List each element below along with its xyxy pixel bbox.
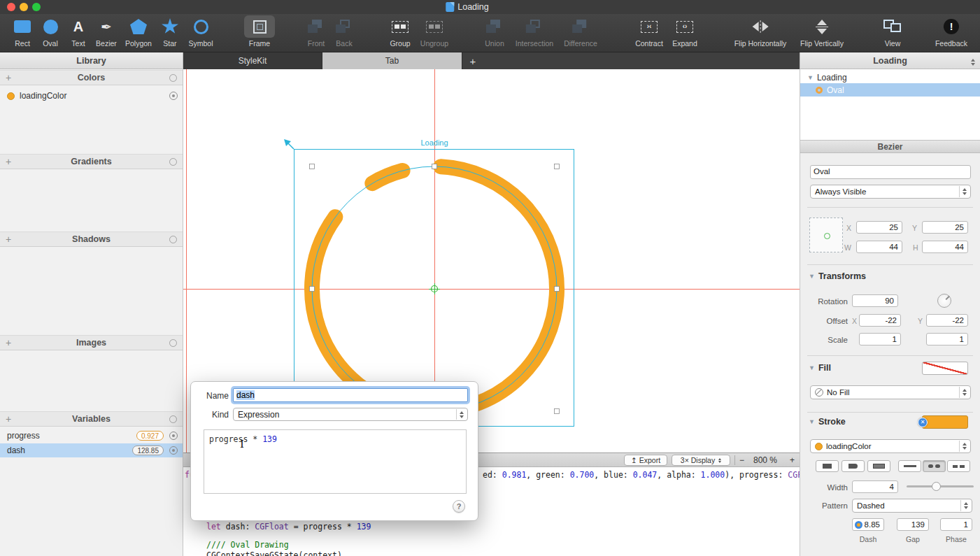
fill-dropdown[interactable]: No Fill <box>810 385 971 399</box>
scale-y-field[interactable]: 1 <box>926 333 968 345</box>
rotation-field[interactable]: 90 <box>852 294 898 307</box>
zoom-out-button[interactable]: − <box>739 455 744 465</box>
tree-item-oval[interactable]: Oval <box>800 83 980 97</box>
tool-view-button[interactable]: View <box>877 15 908 48</box>
tool-front-button: Front <box>301 15 332 48</box>
zoom-level[interactable]: 800 % <box>753 455 777 465</box>
stroke-width-slider[interactable] <box>907 482 974 491</box>
tool-group-button[interactable]: Group <box>385 15 416 48</box>
rounded-dash-icon <box>928 464 933 468</box>
tool-flip-vertical-button[interactable]: Flip Vertically <box>800 15 844 48</box>
add-tab-button[interactable]: + <box>462 52 483 69</box>
cap-butt-button[interactable] <box>816 460 839 472</box>
minimize-window-button[interactable] <box>20 3 28 11</box>
remove-stroke-badge[interactable]: ✕ <box>918 418 928 427</box>
phase-field[interactable]: 1 <box>940 518 972 531</box>
add-color-button[interactable]: + <box>6 73 11 83</box>
tab-current[interactable]: Tab <box>322 52 462 69</box>
tool-oval-button[interactable]: Oval <box>35 15 66 48</box>
variable-item-progress[interactable]: progress 0.927 <box>0 429 183 443</box>
transforms-section-title[interactable]: ▼ Transforms <box>809 271 866 281</box>
dash-rounded-button[interactable] <box>923 460 946 472</box>
disclosure-triangle-icon[interactable]: ▼ <box>809 418 815 425</box>
stroke-color-swatch[interactable]: ✕ <box>922 415 968 429</box>
export-button[interactable]: ↥ Export <box>624 455 667 466</box>
offset-x-field[interactable]: -22 <box>859 314 901 327</box>
close-window-button[interactable] <box>7 3 15 11</box>
dash-value-badge: 128.85 <box>132 445 164 455</box>
display-scale-dropdown[interactable]: 3× Display <box>672 455 730 466</box>
color-item-loadingcolor[interactable]: loadingColor <box>0 89 183 103</box>
variable-item-dash[interactable]: dash 128.85 <box>0 443 183 457</box>
variable-editor-popover: Name dash Kind Expression progress * 139… <box>190 381 478 521</box>
tool-contract-button[interactable]: ›‹ Contract <box>634 15 665 48</box>
cap-round-button[interactable] <box>841 460 865 472</box>
target-icon[interactable] <box>169 432 178 440</box>
visibility-dropdown[interactable]: Always Visible <box>810 185 971 199</box>
tool-star-button[interactable]: Star <box>155 15 185 48</box>
variable-name-input[interactable]: dash <box>233 388 468 402</box>
stroke-section-title[interactable]: ▼ Stroke <box>809 417 846 427</box>
add-gradient-button[interactable]: + <box>6 157 11 166</box>
section-colors: + Colors <box>0 70 183 85</box>
shadows-filter-toggle[interactable] <box>169 236 177 243</box>
slider-thumb[interactable] <box>932 482 941 491</box>
fill-section-title[interactable]: ▼ Fill <box>809 363 831 373</box>
stroke-width-field[interactable]: 4 <box>852 480 898 493</box>
resizing-springs-widget[interactable] <box>809 218 843 252</box>
dash-length-field[interactable]: 8.85 <box>852 518 884 531</box>
inspector-header-stepper[interactable] <box>971 57 975 68</box>
y-field[interactable]: 25 <box>922 221 968 234</box>
window-title: Loading <box>446 2 489 12</box>
x-field[interactable]: 25 <box>856 221 902 234</box>
view-icon <box>883 20 902 34</box>
add-image-button[interactable]: + <box>6 338 11 348</box>
pen-icon: ✒ <box>101 20 112 34</box>
variables-filter-toggle[interactable] <box>169 415 177 423</box>
zoom-window-button[interactable] <box>32 3 41 11</box>
images-filter-toggle[interactable] <box>169 339 177 347</box>
tool-expand-button[interactable]: ‹› Expand <box>669 15 700 48</box>
text-cursor-icon: I <box>240 438 244 450</box>
width-field[interactable]: 44 <box>856 241 902 253</box>
tool-symbol-button[interactable]: Symbol <box>185 15 216 48</box>
disclosure-triangle-icon[interactable]: ▼ <box>807 74 814 81</box>
add-shadow-button[interactable]: + <box>6 234 11 244</box>
tab-stylekit[interactable]: StyleKit <box>183 52 322 69</box>
scale-x-field[interactable]: 1 <box>859 333 901 345</box>
offset-y-field[interactable]: -22 <box>926 314 968 327</box>
gradients-filter-toggle[interactable] <box>169 158 177 166</box>
tool-frame-button[interactable]: Frame <box>244 15 275 48</box>
colors-filter-toggle[interactable] <box>169 74 177 82</box>
dash-solid-button[interactable] <box>898 460 921 472</box>
cap-projecting-button[interactable] <box>867 460 890 472</box>
disclosure-triangle-icon[interactable]: ▼ <box>809 273 815 280</box>
variable-kind-dropdown[interactable]: Expression <box>233 408 468 421</box>
tree-root-loading[interactable]: ▼ Loading <box>800 72 980 83</box>
stroke-color-dropdown[interactable]: loadingColor <box>810 439 971 453</box>
tool-feedback-button[interactable]: ! Feedback <box>935 15 967 48</box>
disclosure-triangle-icon[interactable]: ▼ <box>809 364 815 371</box>
height-field[interactable]: 44 <box>922 241 968 253</box>
tool-rect-button[interactable]: Rect <box>7 15 38 48</box>
add-variable-button[interactable]: + <box>6 414 11 424</box>
center-anchor-icon[interactable] <box>429 283 440 294</box>
zoom-in-button[interactable]: + <box>790 455 795 465</box>
stroke-pattern-dropdown[interactable]: Dashed <box>852 499 972 513</box>
tool-bezier-button[interactable]: ✒ Bezier <box>91 15 122 48</box>
document-icon <box>446 2 454 12</box>
color-swatch-icon <box>7 92 15 100</box>
tool-flip-horizontal-button[interactable]: Flip Horizontally <box>734 15 787 48</box>
target-icon[interactable] <box>169 92 178 100</box>
fill-color-swatch[interactable] <box>922 362 968 375</box>
target-icon[interactable] <box>169 446 178 455</box>
dash-square-button[interactable] <box>947 460 970 472</box>
rotation-knob[interactable] <box>937 294 951 308</box>
help-button[interactable]: ? <box>453 500 465 513</box>
bring-front-icon <box>308 20 325 34</box>
gap-length-field[interactable]: 139 <box>897 518 929 531</box>
tool-text-button[interactable]: A Text <box>63 15 94 48</box>
tool-polygon-button[interactable]: Polygon <box>123 15 154 48</box>
square-dash-icon <box>953 465 958 468</box>
shape-name-input[interactable]: Oval <box>810 165 971 179</box>
